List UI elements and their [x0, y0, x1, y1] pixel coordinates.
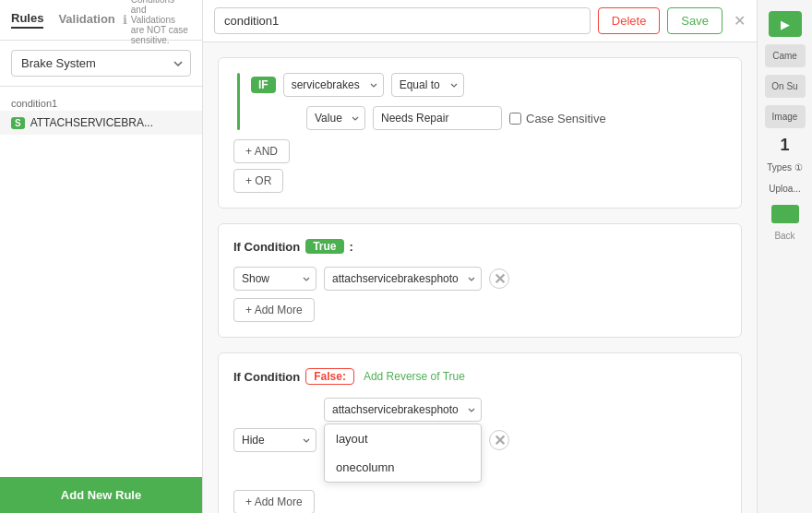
true-action-row: Show attachservicebrakesphoto ✕	[233, 267, 726, 291]
value-type-select[interactable]: Value	[306, 106, 365, 130]
condition-name-input[interactable]	[214, 7, 591, 34]
back-label: Back	[774, 231, 794, 241]
false-action-row: Hide attachservicebrakesphoto layout one…	[233, 398, 726, 483]
condition-badge: S	[11, 117, 25, 129]
or-row: + OR	[233, 169, 726, 193]
right-number: 1	[780, 136, 789, 155]
camera-button[interactable]: Came	[765, 44, 806, 67]
true-target-select[interactable]: attachservicebrakesphoto	[324, 267, 482, 291]
bracket-line	[237, 73, 240, 130]
bracket-content: IF servicebrakes Equal to Value	[251, 73, 726, 130]
and-button[interactable]: + AND	[233, 139, 290, 163]
option-onecolumn[interactable]: onecolumn	[325, 453, 481, 482]
main-header: Delete Save ✕	[203, 0, 757, 42]
if-bracket-container: IF servicebrakes Equal to Value	[233, 73, 726, 130]
save-button[interactable]: Save	[667, 7, 722, 34]
right-sidebar: ▶ Came On Su Image 1 Types ① Uploa... Ba…	[757, 0, 812, 513]
play-button[interactable]: ▶	[769, 11, 802, 37]
left-sidebar: Rules Validation ℹ Conditions and Valida…	[0, 0, 203, 513]
true-action-select[interactable]: Show	[233, 267, 316, 291]
if-condition-false-prefix: If Condition	[233, 370, 300, 384]
if-badge: IF	[251, 77, 276, 93]
green-indicator	[771, 205, 799, 223]
on-su-button[interactable]: On Su	[765, 75, 806, 98]
condition-list-label: condition1	[0, 94, 202, 111]
if-condition-true-prefix: If Condition	[233, 240, 300, 254]
tab-rules[interactable]: Rules	[11, 11, 43, 29]
field-select[interactable]: servicebrakes	[283, 73, 384, 97]
false-target-select[interactable]: attachservicebrakesphoto	[324, 398, 482, 422]
true-condition-block: If Condition True : Show attachservicebr…	[218, 223, 742, 338]
true-remove-button[interactable]: ✕	[489, 268, 509, 289]
case-sensitive-label[interactable]: Case Sensitive	[509, 112, 606, 125]
false-remove-button[interactable]: ✕	[489, 430, 509, 450]
true-add-more-button[interactable]: + Add More	[233, 298, 315, 322]
tab-validation[interactable]: Validation	[58, 12, 114, 28]
upload-label: Uploa...	[765, 180, 804, 197]
false-badge: False:	[305, 368, 354, 385]
main-content: Delete Save ✕ IF servicebrakes Equal to	[203, 0, 757, 513]
false-target-dropdown: attachservicebrakesphoto layout onecolum…	[324, 398, 482, 483]
false-target-options: layout onecolumn	[324, 424, 482, 483]
option-layout[interactable]: layout	[325, 424, 481, 453]
if-row: IF servicebrakes Equal to	[251, 73, 726, 97]
value-row: Value Case Sensitive	[251, 106, 726, 130]
types-label: Types ①	[767, 162, 802, 173]
false-add-more-button[interactable]: + Add More	[233, 490, 315, 513]
add-reverse-of-true-link[interactable]: Add Reverse of True	[364, 370, 465, 383]
delete-button[interactable]: Delete	[598, 7, 661, 34]
info-text: Conditions and Validations are NOT case …	[131, 0, 191, 45]
colon: :	[350, 240, 353, 254]
false-condition-block: If Condition False: Add Reverse of True …	[218, 352, 742, 513]
brake-system-dropdown-row: Brake System	[0, 41, 202, 87]
tabs-header: Rules Validation ℹ Conditions and Valida…	[0, 0, 202, 41]
info-icon: ℹ	[123, 13, 127, 27]
condition-list: condition1 S ATTACHSERVICEBRA...	[0, 87, 202, 477]
and-or-row: + AND	[233, 139, 726, 163]
false-result-header: If Condition False: Add Reverse of True	[233, 368, 726, 385]
case-sensitive-checkbox[interactable]	[509, 113, 521, 125]
image-button[interactable]: Image	[765, 105, 806, 128]
close-icon[interactable]: ✕	[734, 12, 746, 30]
main-body: IF servicebrakes Equal to Value	[203, 42, 757, 513]
value-input[interactable]	[373, 106, 502, 130]
operator-select[interactable]: Equal to	[391, 73, 464, 97]
condition-item-name: ATTACHSERVICEBRA...	[30, 116, 153, 129]
if-block: IF servicebrakes Equal to Value	[218, 57, 742, 209]
true-result-header: If Condition True :	[233, 239, 726, 254]
brake-system-select[interactable]: Brake System	[11, 50, 191, 77]
add-new-rule-button[interactable]: Add New Rule	[0, 477, 202, 513]
condition-item[interactable]: S ATTACHSERVICEBRA...	[0, 111, 202, 135]
false-action-select[interactable]: Hide	[233, 428, 316, 452]
true-badge: True	[305, 239, 343, 254]
or-button[interactable]: + OR	[233, 169, 283, 193]
